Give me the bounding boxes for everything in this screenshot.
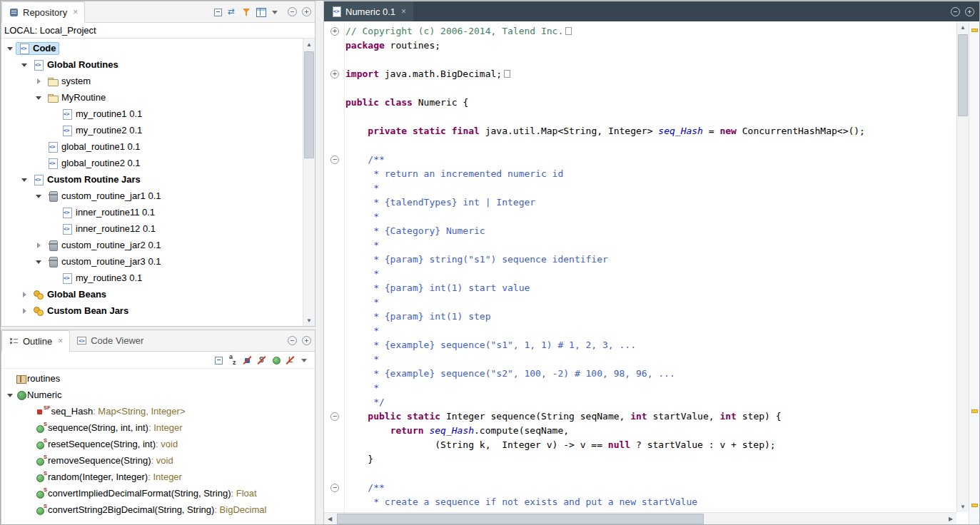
collapse-all-icon[interactable] xyxy=(211,6,226,19)
code-line-34[interactable]: * create a sequence if not exists and pu… xyxy=(324,495,956,509)
maximize-view-icon[interactable] xyxy=(302,336,311,345)
code-line-4[interactable]: import java.math.BigDecimal; xyxy=(324,67,956,81)
minimize-view-icon[interactable] xyxy=(288,336,297,345)
filter-icon[interactable] xyxy=(240,6,254,19)
code-line-14[interactable]: * xyxy=(324,210,956,224)
outline-item-random[interactable]: Srandom(Integer, Integer) : Integer xyxy=(1,469,315,485)
code-line-26[interactable]: * xyxy=(324,381,956,395)
code-line-28[interactable]: public static Integer sequence(String se… xyxy=(324,409,956,424)
code-line-23[interactable]: * {example} sequence("s1", 1, 1) # 1, 2,… xyxy=(324,338,956,352)
scroll-up-icon[interactable] xyxy=(957,21,969,33)
tree-item-global-beans[interactable]: Global Beans xyxy=(1,286,315,302)
tab-numeric-editor[interactable]: Numeric 0.1 × xyxy=(324,1,413,21)
expander-open-icon[interactable] xyxy=(33,256,44,267)
code-line-32[interactable] xyxy=(324,467,956,481)
scroll-down-icon[interactable] xyxy=(957,501,969,512)
tree-item-code[interactable]: Code xyxy=(1,40,315,56)
table-view-icon[interactable] xyxy=(254,6,268,19)
code-line-12[interactable]: * xyxy=(324,181,956,195)
code-line-5[interactable] xyxy=(324,81,956,96)
code-line-31[interactable]: } xyxy=(324,452,956,467)
code-line-8[interactable]: private static final java.util.Map<Strin… xyxy=(324,124,956,138)
expander-open-icon[interactable] xyxy=(19,174,30,185)
hide-non-public-icon[interactable] xyxy=(269,354,283,367)
fold-minus-icon[interactable] xyxy=(324,481,345,495)
code-line-25[interactable]: * {example} sequence("s2", 100, -2) # 10… xyxy=(324,367,956,381)
expander-closed-icon[interactable] xyxy=(19,305,30,317)
tree-item-global-routines[interactable]: Global Routines xyxy=(1,56,315,73)
code-line-29[interactable]: return seq_Hash.compute(seqName, xyxy=(324,424,956,438)
folded-region-indicator[interactable] xyxy=(504,70,510,78)
outline-item-convertstring2bigdecimal[interactable]: SconvertString2BigDecimal(String, String… xyxy=(1,501,315,518)
hide-local-types-icon[interactable] xyxy=(283,354,298,367)
code-line-11[interactable]: * return an incremented numeric id xyxy=(324,167,956,181)
code-line-30[interactable]: (String k, Integer v) -> v == null ? sta… xyxy=(324,438,956,452)
collapse-all-icon[interactable] xyxy=(212,354,226,367)
editor-vertical-scrollbar[interactable] xyxy=(956,21,969,512)
outline-item-sequence[interactable]: Ssequence(String, int, int) : Integer xyxy=(1,419,315,436)
code-line-22[interactable]: * xyxy=(324,324,956,338)
expander-open-icon[interactable] xyxy=(33,190,44,202)
repository-scrollbar[interactable] xyxy=(303,39,315,326)
close-repository-tab-icon[interactable]: × xyxy=(73,7,78,17)
annotation-mark[interactable] xyxy=(971,504,978,507)
close-editor-tab-icon[interactable]: × xyxy=(401,6,406,16)
close-outline-tab-icon[interactable]: × xyxy=(58,336,63,346)
expander-open-icon[interactable] xyxy=(4,389,16,401)
scroll-right-icon[interactable] xyxy=(945,513,956,525)
fold-minus-icon[interactable] xyxy=(324,409,345,424)
horizontal-panel-sash[interactable] xyxy=(1,327,315,330)
expander-closed-icon[interactable] xyxy=(33,76,44,87)
code-line-6[interactable]: public class Numeric { xyxy=(324,96,956,110)
scroll-up-icon[interactable] xyxy=(303,39,315,50)
maximize-editor-icon[interactable] xyxy=(965,7,974,16)
view-menu-icon[interactable] xyxy=(298,354,312,367)
code-line-17[interactable]: * {param} string("s1") sequence identifi… xyxy=(324,253,956,267)
tree-item-myroutine[interactable]: MyRoutine xyxy=(1,89,315,106)
expander-open-icon[interactable] xyxy=(19,59,30,71)
code-line-15[interactable]: * {Category} Numeric xyxy=(324,224,956,238)
code-line-21[interactable]: * {param} int(1) step xyxy=(324,310,956,324)
scrollbar-thumb[interactable] xyxy=(304,51,314,158)
annotation-mark[interactable] xyxy=(971,29,978,32)
fold-plus-icon[interactable] xyxy=(324,24,345,39)
tree-item-my-routine1-0-1[interactable]: my_routine1 0.1 xyxy=(1,106,315,122)
code-line-27[interactable]: */ xyxy=(324,395,956,409)
tree-item-custom-routine-jar3-0-1[interactable]: custom_routine_jar3 0.1 xyxy=(1,253,315,270)
tree-item-custom-routine-jar1-0-1[interactable]: custom_routine_jar1 0.1 xyxy=(1,188,315,204)
outline-item-convertimplieddecimalformat[interactable]: SconvertImpliedDecimalFormat(String, Str… xyxy=(1,485,315,501)
scroll-down-icon[interactable] xyxy=(303,315,315,326)
outline-item-numeric[interactable]: Numeric xyxy=(1,387,315,403)
minimize-view-icon[interactable] xyxy=(288,7,297,16)
code-line-13[interactable]: * {talendTypes} int | Integer xyxy=(324,195,956,210)
code-line-10[interactable]: /** xyxy=(324,153,956,167)
fold-minus-icon[interactable] xyxy=(324,153,345,167)
code-line-9[interactable] xyxy=(324,138,956,153)
tree-item-custom-routine-jars[interactable]: Custom Routine Jars xyxy=(1,171,315,188)
expander-closed-icon[interactable] xyxy=(33,240,44,251)
code-line-20[interactable]: * xyxy=(324,295,956,310)
tab-code-viewer[interactable]: Code Viewer xyxy=(70,330,150,351)
expander-open-icon[interactable] xyxy=(4,43,16,54)
code-line-16[interactable]: * xyxy=(324,238,956,253)
editor-horizontal-scrollbar[interactable] xyxy=(324,512,956,525)
outline-item-resetsequence[interactable]: SresetSequence(String, int) : void xyxy=(1,436,315,452)
maximize-view-icon[interactable] xyxy=(302,7,311,16)
code-line-19[interactable]: * {param} int(1) start value xyxy=(324,281,956,295)
sort-icon[interactable] xyxy=(226,354,241,367)
tree-item-my-routine2-0-1[interactable]: my_routine2 0.1 xyxy=(1,122,315,138)
code-line-33[interactable]: /** xyxy=(324,481,956,495)
fold-plus-icon[interactable] xyxy=(324,67,345,81)
code-area[interactable]: // Copyright (c) 2006-2014, Talend Inc.p… xyxy=(324,21,956,512)
scroll-left-icon[interactable] xyxy=(324,513,335,525)
hide-static-members-icon[interactable] xyxy=(255,354,269,367)
expander-open-icon[interactable] xyxy=(33,92,44,103)
folded-region-indicator[interactable] xyxy=(565,27,572,35)
outline-item-routines[interactable]: routines xyxy=(1,370,315,387)
code-line-3[interactable] xyxy=(324,53,956,67)
outline-item-removesequence[interactable]: SremoveSequence(String) : void xyxy=(1,452,315,469)
code-line-2[interactable]: package routines; xyxy=(324,39,956,53)
tab-outline[interactable]: Outline × xyxy=(1,330,70,352)
view-menu-icon[interactable] xyxy=(268,6,283,19)
hide-fields-icon[interactable] xyxy=(241,354,255,367)
